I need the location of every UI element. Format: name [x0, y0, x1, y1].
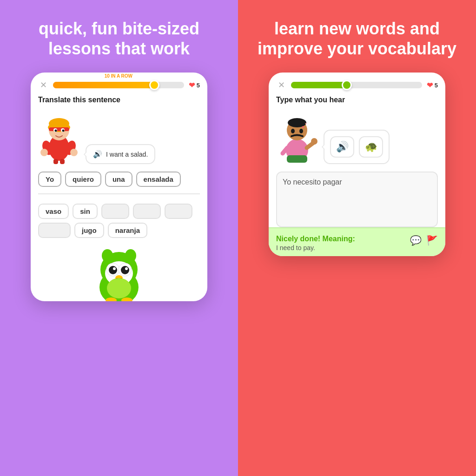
svg-point-26: [113, 267, 116, 270]
svg-point-24: [109, 266, 117, 274]
chip-yo[interactable]: Yo: [38, 172, 61, 187]
question-left: Translate this sentence: [38, 96, 200, 104]
text-input[interactable]: Yo necesito pagar: [276, 172, 438, 227]
svg-rect-33: [287, 155, 307, 163]
close-button-left[interactable]: ✕: [38, 80, 48, 90]
left-panel: quick, fun bite-sized lessons that work …: [0, 0, 238, 476]
bank-empty-2: [133, 204, 161, 219]
input-text: Yo necesito pagar: [283, 178, 342, 186]
top-bar-right: ✕ ❤ 5: [276, 80, 438, 90]
bank-vaso[interactable]: vaso: [38, 204, 69, 219]
nicely-done-icons: 💬 🚩: [410, 235, 438, 246]
bank-empty-1: [101, 204, 129, 219]
speech-text-left: I want a salad.: [106, 151, 148, 158]
sound-icon-left[interactable]: 🔊: [93, 150, 102, 159]
svg-point-12: [70, 149, 78, 156]
streak-label: 10 IN A ROW: [105, 73, 132, 79]
hearts-count-right: 5: [435, 82, 438, 89]
progress-bar-left: 10 IN A ROW: [53, 82, 184, 88]
nicely-done-meaning: I need to pay.: [276, 244, 355, 251]
bank-jugo[interactable]: jugo: [74, 223, 104, 238]
nicely-done-bar: Nicely done! Meaning: I need to pay. 💬 🚩: [269, 227, 445, 256]
right-phone: ✕ ❤ 5 Type what you hear: [269, 73, 445, 256]
duolingo-owl: [89, 245, 149, 301]
nicely-done-content: Nicely done! Meaning: I need to pay.: [276, 235, 355, 251]
close-button-right[interactable]: ✕: [276, 80, 286, 90]
svg-point-27: [125, 267, 128, 270]
hearts-right: ❤ 5: [427, 81, 438, 90]
character-row-right: ♥ ♥ 🔊 🐢: [276, 111, 438, 164]
svg-rect-14: [60, 159, 65, 164]
character-man: ♥ ♥: [276, 111, 318, 164]
bank-empty-4: [38, 223, 71, 238]
svg-point-18: [125, 249, 136, 262]
right-title: learn new words and improve your vocabul…: [252, 19, 462, 59]
svg-point-8: [62, 130, 65, 132]
chip-ensalada[interactable]: ensalada: [136, 172, 181, 187]
svg-text:♥: ♥: [305, 122, 307, 125]
left-title: quick, fun bite-sized lessons that work: [14, 19, 224, 59]
svg-point-25: [121, 266, 129, 274]
nicely-done-label: Nicely done! Meaning:: [276, 235, 355, 243]
hearts-count-left: 5: [197, 82, 200, 89]
audio-bubble: 🔊 🐢: [324, 130, 390, 164]
owl-container: [31, 245, 207, 301]
character-fitness: [38, 111, 80, 164]
top-bar-left: ✕ 10 IN A ROW ❤ 5: [38, 80, 200, 90]
audio-normal-btn[interactable]: 🔊: [330, 136, 354, 158]
bank-sin[interactable]: sin: [73, 204, 98, 219]
svg-text:♥: ♥: [302, 125, 304, 129]
character-row-left: 🔊 I want a salad.: [38, 111, 200, 164]
svg-point-11: [40, 149, 48, 156]
word-bank: vaso sin jugo naranja: [38, 199, 200, 245]
bank-empty-3: [165, 204, 192, 219]
svg-point-7: [55, 130, 57, 132]
bubble-arrow-fg: [320, 145, 325, 149]
answer-chips: Yo quiero una ensalada: [38, 172, 200, 194]
svg-rect-4: [49, 127, 69, 131]
flag-icon[interactable]: 🚩: [426, 235, 438, 246]
chip-una[interactable]: una: [105, 172, 132, 187]
heart-icon-left: ❤: [189, 81, 195, 90]
progress-fill-left: [53, 82, 158, 88]
question-right: Type what you hear: [276, 96, 438, 104]
chip-quiero[interactable]: quiero: [65, 172, 101, 187]
right-panel: learn new words and improve your vocabul…: [238, 0, 476, 476]
comment-icon[interactable]: 💬: [410, 235, 422, 246]
heart-icon-right: ❤: [427, 81, 433, 90]
svg-point-29: [107, 278, 131, 298]
bank-naranja[interactable]: naranja: [108, 223, 147, 238]
svg-point-36: [291, 129, 295, 133]
progress-dot-left: [149, 80, 159, 90]
svg-point-17: [102, 249, 113, 262]
svg-point-37: [299, 129, 303, 133]
audio-slow-btn[interactable]: 🐢: [359, 136, 383, 158]
svg-rect-13: [53, 159, 58, 164]
progress-fill-right: [291, 82, 350, 88]
hearts-left: ❤ 5: [189, 81, 200, 90]
svg-point-41: [311, 138, 317, 145]
left-phone: ✕ 10 IN A ROW ❤ 5 Translate this sentenc…: [31, 73, 207, 301]
progress-bar-right: [291, 82, 422, 88]
progress-dot-right: [342, 80, 352, 90]
speech-bubble-left: 🔊 I want a salad.: [86, 144, 155, 164]
